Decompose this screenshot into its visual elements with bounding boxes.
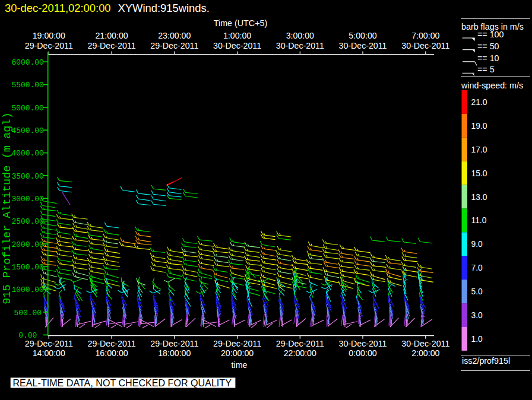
svg-text:7:00:00: 7:00:00 xyxy=(411,31,439,40)
svg-text:REAL-TIME DATA, NOT CHECKED FO: REAL-TIME DATA, NOT CHECKED FOR QUALITY xyxy=(13,377,232,388)
svg-text:30-Dec-2011: 30-Dec-2011 xyxy=(339,339,387,348)
svg-text:== 100: == 100 xyxy=(477,30,504,39)
svg-text:29-Dec-2011: 29-Dec-2011 xyxy=(88,41,136,50)
svg-text:2:00:00: 2:00:00 xyxy=(411,348,439,358)
svg-text:1:00:00: 1:00:00 xyxy=(223,31,251,40)
svg-text:3500.00: 3500.00 xyxy=(12,172,44,181)
svg-text:XYWind:915winds.: XYWind:915winds. xyxy=(118,2,210,14)
svg-text:30-Dec-2011: 30-Dec-2011 xyxy=(213,41,261,50)
svg-text:3:00:00: 3:00:00 xyxy=(286,31,314,40)
svg-text:2000.00: 2000.00 xyxy=(12,240,44,249)
svg-text:21:00:00: 21:00:00 xyxy=(95,31,128,40)
svg-text:1000.00: 1000.00 xyxy=(12,285,44,294)
svg-text:0.00: 0.00 xyxy=(18,331,37,340)
svg-text:3.0: 3.0 xyxy=(471,311,483,320)
svg-text:4000.00: 4000.00 xyxy=(12,149,44,158)
svg-text:30-dec-2011,02:00:00: 30-dec-2011,02:00:00 xyxy=(5,2,111,14)
svg-text:5000.00: 5000.00 xyxy=(12,104,44,113)
svg-text:500.00: 500.00 xyxy=(14,309,41,318)
svg-text:29-Dec-2011: 29-Dec-2011 xyxy=(213,339,261,348)
svg-text:1500.00: 1500.00 xyxy=(12,263,44,272)
svg-text:== 50: == 50 xyxy=(477,42,499,51)
svg-text:time: time xyxy=(231,360,247,370)
svg-text:30-Dec-2011: 30-Dec-2011 xyxy=(276,41,324,50)
svg-text:915 Profiler Altitude (m agl): 915 Profiler Altitude (m agl) xyxy=(1,112,14,304)
svg-text:11.0: 11.0 xyxy=(471,216,487,225)
svg-text:29-Dec-2011: 29-Dec-2011 xyxy=(276,339,324,348)
svg-text:29-Dec-2011: 29-Dec-2011 xyxy=(25,41,73,50)
svg-text:wind-speed: m/s: wind-speed: m/s xyxy=(461,81,523,90)
svg-text:16:00:00: 16:00:00 xyxy=(95,348,128,358)
svg-text:== 10: == 10 xyxy=(477,53,499,63)
svg-text:22:00:00: 22:00:00 xyxy=(284,348,316,358)
svg-text:23:00:00: 23:00:00 xyxy=(158,31,191,40)
svg-text:iss2/prof915l: iss2/prof915l xyxy=(462,356,510,366)
svg-text:18:00:00: 18:00:00 xyxy=(158,348,191,358)
svg-text:20:00:00: 20:00:00 xyxy=(221,348,254,358)
svg-text:29-Dec-2011: 29-Dec-2011 xyxy=(88,339,136,348)
svg-text:30-Dec-2011: 30-Dec-2011 xyxy=(401,339,449,348)
svg-text:2500.00: 2500.00 xyxy=(12,217,44,226)
svg-text:9.0: 9.0 xyxy=(471,240,483,249)
svg-text:29-Dec-2011: 29-Dec-2011 xyxy=(150,41,198,50)
svg-text:== 5: == 5 xyxy=(477,65,495,74)
svg-text:15.0: 15.0 xyxy=(471,169,487,178)
svg-text:19.0: 19.0 xyxy=(471,122,487,131)
svg-text:30-Dec-2011: 30-Dec-2011 xyxy=(339,41,387,50)
svg-text:17.0: 17.0 xyxy=(471,145,487,154)
svg-text:21.0: 21.0 xyxy=(471,98,487,107)
svg-text:0:00:00: 0:00:00 xyxy=(349,348,376,358)
svg-text:3000.00: 3000.00 xyxy=(12,195,44,204)
svg-text:6000.00: 6000.00 xyxy=(12,58,44,67)
svg-text:4500.00: 4500.00 xyxy=(12,126,44,135)
svg-text:5:00:00: 5:00:00 xyxy=(349,31,376,40)
svg-text:5.0: 5.0 xyxy=(471,287,483,296)
svg-text:14:00:00: 14:00:00 xyxy=(33,348,65,358)
svg-text:5500.00: 5500.00 xyxy=(12,81,44,90)
svg-text:19:00:00: 19:00:00 xyxy=(33,31,65,40)
svg-text:Time (UTC+5): Time (UTC+5) xyxy=(214,18,267,28)
svg-text:1.0: 1.0 xyxy=(471,335,483,344)
svg-text:30-Dec-2011: 30-Dec-2011 xyxy=(401,41,449,50)
svg-text:29-Dec-2011: 29-Dec-2011 xyxy=(150,339,198,348)
svg-text:7.0: 7.0 xyxy=(471,264,483,272)
svg-text:13.0: 13.0 xyxy=(471,193,487,202)
